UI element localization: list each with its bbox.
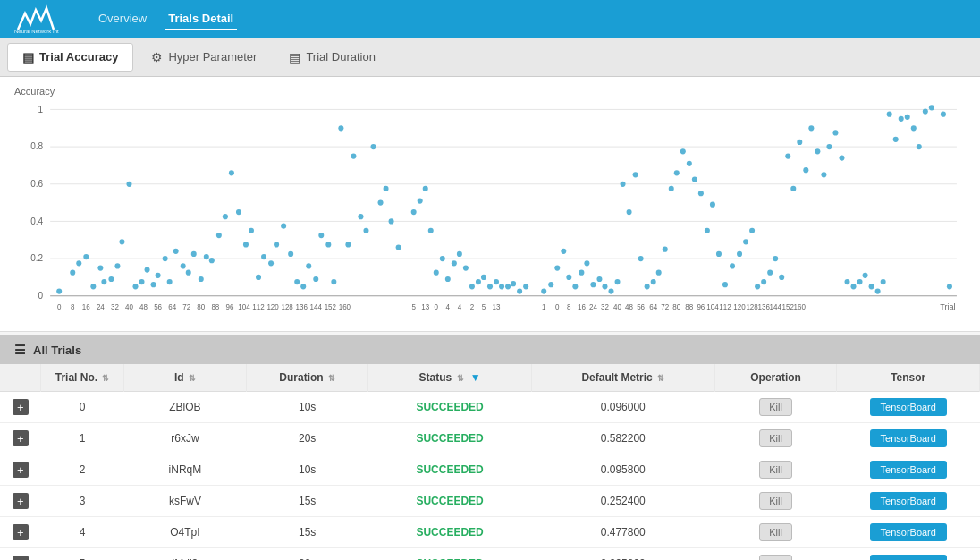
- tensorboard-btn-5[interactable]: TensorBoard: [870, 555, 947, 560]
- svg-point-17: [83, 254, 89, 259]
- svg-point-77: [463, 265, 469, 270]
- svg-point-58: [338, 125, 343, 131]
- svg-point-129: [790, 186, 796, 191]
- nav-overview[interactable]: Overview: [95, 8, 150, 30]
- svg-text:0: 0: [57, 303, 62, 311]
- trial-no-cell-3: 3: [41, 486, 124, 517]
- svg-point-51: [294, 279, 300, 284]
- svg-text:136: 136: [757, 303, 770, 311]
- svg-point-100: [615, 279, 621, 284]
- svg-point-57: [331, 279, 336, 284]
- id-cell-0: ZBlOB: [124, 392, 247, 423]
- operation-cell-3: Kill: [714, 486, 837, 517]
- expand-btn-4[interactable]: +: [13, 524, 29, 540]
- tensor-cell-1: TensorBoard: [837, 423, 980, 454]
- metric-sort-icon[interactable]: ⇅: [657, 374, 664, 383]
- expand-btn-1[interactable]: +: [13, 430, 29, 446]
- svg-point-133: [815, 148, 820, 154]
- col-trial-no-header[interactable]: Trial No. ⇅: [41, 364, 124, 392]
- svg-point-31: [167, 279, 173, 284]
- tensorboard-btn-2[interactable]: TensorBoard: [870, 461, 947, 479]
- kill-btn-3[interactable]: Kill: [759, 492, 792, 510]
- tab-trial-accuracy[interactable]: ▤ Trial Accuracy: [7, 43, 133, 72]
- svg-point-136: [832, 130, 838, 135]
- kill-btn-5[interactable]: Kill: [759, 555, 792, 560]
- duration-cell-1: 20s: [246, 423, 368, 454]
- trial-no-sort-icon[interactable]: ⇅: [102, 374, 109, 383]
- svg-point-109: [669, 186, 674, 191]
- svg-text:5: 5: [482, 303, 486, 311]
- col-operation-header: Operation: [714, 364, 837, 392]
- col-duration-header[interactable]: Duration ⇅: [246, 364, 368, 392]
- expand-cell-5: +: [0, 548, 41, 561]
- tab-trial-duration[interactable]: ▤ Trial Duration: [275, 43, 390, 72]
- table-row: + 0 ZBlOB 10s SUCCEEDED 0.096000 Kill Te…: [0, 392, 980, 423]
- expand-btn-0[interactable]: +: [13, 399, 29, 415]
- svg-point-93: [572, 284, 578, 289]
- svg-point-24: [126, 182, 131, 187]
- svg-text:128: 128: [281, 303, 293, 311]
- svg-point-20: [101, 279, 106, 284]
- status-filter-icon[interactable]: ▼: [470, 371, 481, 384]
- svg-point-108: [663, 247, 668, 252]
- expand-btn-2[interactable]: +: [13, 462, 29, 478]
- status-sort-icon[interactable]: ⇅: [457, 374, 464, 383]
- svg-point-44: [249, 228, 254, 233]
- svg-point-15: [70, 270, 75, 276]
- svg-text:88: 88: [211, 303, 219, 311]
- table-section: ☰ All Trials Trial No. ⇅ Id ⇅ Duration ⇅: [0, 335, 980, 560]
- svg-point-90: [554, 265, 560, 270]
- tensorboard-btn-4[interactable]: TensorBoard: [870, 523, 947, 541]
- svg-text:0.8: 0.8: [30, 141, 43, 151]
- kill-btn-4[interactable]: Kill: [759, 523, 792, 541]
- tensorboard-btn-1[interactable]: TensorBoard: [870, 429, 947, 447]
- svg-point-68: [411, 209, 417, 215]
- chart-y-label: Accuracy: [14, 86, 966, 97]
- expand-btn-5[interactable]: +: [13, 556, 29, 560]
- svg-point-124: [761, 279, 766, 284]
- id-cell-4: O4TpI: [124, 517, 247, 548]
- tensor-cell-5: TensorBoard: [837, 548, 980, 561]
- svg-text:4: 4: [458, 303, 462, 311]
- svg-point-149: [911, 125, 917, 131]
- svg-point-65: [384, 186, 389, 191]
- svg-text:112: 112: [252, 303, 265, 311]
- col-metric-header[interactable]: Default Metric ⇅: [531, 364, 714, 392]
- svg-point-81: [487, 284, 493, 289]
- kill-btn-2[interactable]: Kill: [759, 461, 792, 479]
- tensorboard-btn-0[interactable]: TensorBoard: [870, 398, 947, 416]
- svg-point-32: [173, 249, 179, 254]
- id-sort-icon[interactable]: ⇅: [189, 374, 196, 383]
- svg-point-74: [445, 276, 451, 282]
- svg-point-101: [621, 182, 626, 187]
- nav-trials-detail[interactable]: Trials Detail: [165, 8, 237, 30]
- svg-point-46: [261, 254, 266, 259]
- svg-point-117: [716, 251, 722, 257]
- tab-hyper-parameter[interactable]: ⚙ Hyper Parameter: [137, 43, 271, 72]
- tensor-cell-4: TensorBoard: [837, 517, 980, 548]
- tensorboard-btn-3[interactable]: TensorBoard: [870, 492, 947, 510]
- svg-point-145: [887, 112, 892, 117]
- metric-cell-5: 0.095800: [531, 548, 714, 561]
- svg-text:1: 1: [542, 303, 546, 311]
- svg-point-50: [288, 251, 293, 257]
- svg-point-94: [579, 270, 584, 276]
- col-status-header[interactable]: Status ⇅ ▼: [368, 364, 531, 392]
- svg-point-21: [108, 276, 114, 282]
- svg-point-110: [674, 170, 680, 175]
- duration-sort-icon[interactable]: ⇅: [328, 374, 335, 383]
- expand-cell-0: +: [0, 392, 41, 423]
- svg-point-69: [418, 198, 423, 203]
- col-id-header[interactable]: Id ⇅: [124, 364, 247, 392]
- duration-cell-2: 10s: [246, 454, 368, 486]
- svg-point-45: [256, 275, 261, 280]
- kill-btn-1[interactable]: Kill: [759, 429, 792, 447]
- expand-btn-3[interactable]: +: [13, 493, 29, 509]
- kill-btn-0[interactable]: Kill: [759, 398, 792, 416]
- expand-cell-1: +: [0, 423, 41, 454]
- trial-duration-icon: ▤: [289, 50, 300, 64]
- svg-point-73: [440, 256, 445, 261]
- expand-cell-2: +: [0, 454, 41, 486]
- svg-point-135: [826, 144, 832, 149]
- operation-cell-1: Kill: [714, 423, 837, 454]
